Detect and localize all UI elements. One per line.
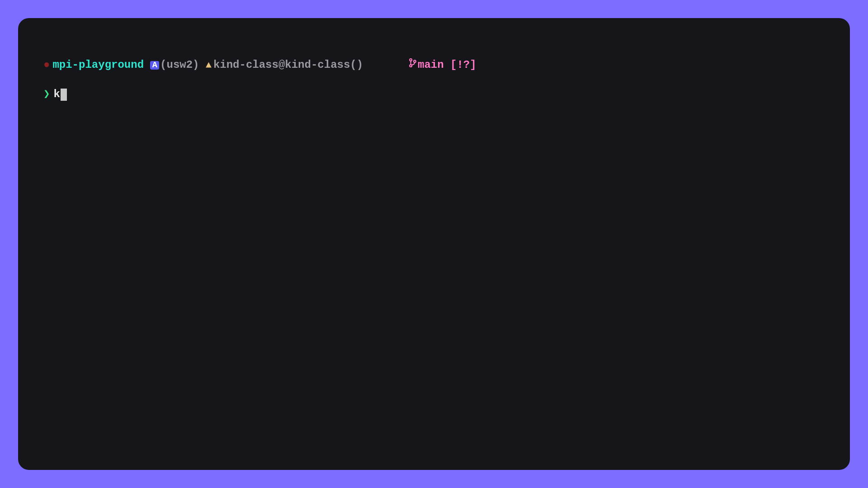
triangle-icon: ▲: [206, 59, 212, 72]
command-input-line[interactable]: ❯ k: [43, 87, 825, 102]
svg-point-0: [410, 59, 412, 61]
cursor: [61, 89, 67, 101]
prompt-arrow-icon: ❯: [43, 87, 50, 102]
prompt-status-line: ● mpi-playground A (usw2) ▲ kind-class@k…: [43, 43, 825, 87]
git-branch-name: main: [418, 58, 444, 72]
typed-command: k: [53, 87, 60, 102]
svg-point-2: [414, 61, 416, 63]
terminal-window[interactable]: ● mpi-playground A (usw2) ▲ kind-class@k…: [18, 18, 850, 470]
git-branch-icon: [370, 43, 417, 87]
cloud-provider-badge: A: [150, 61, 159, 70]
recording-icon: ●: [43, 58, 50, 72]
project-name: mpi-playground: [52, 58, 144, 72]
k8s-context: kind-class@kind-class(): [213, 58, 363, 72]
region-label: (usw2): [160, 58, 199, 72]
git-status: [!?]: [450, 58, 476, 72]
